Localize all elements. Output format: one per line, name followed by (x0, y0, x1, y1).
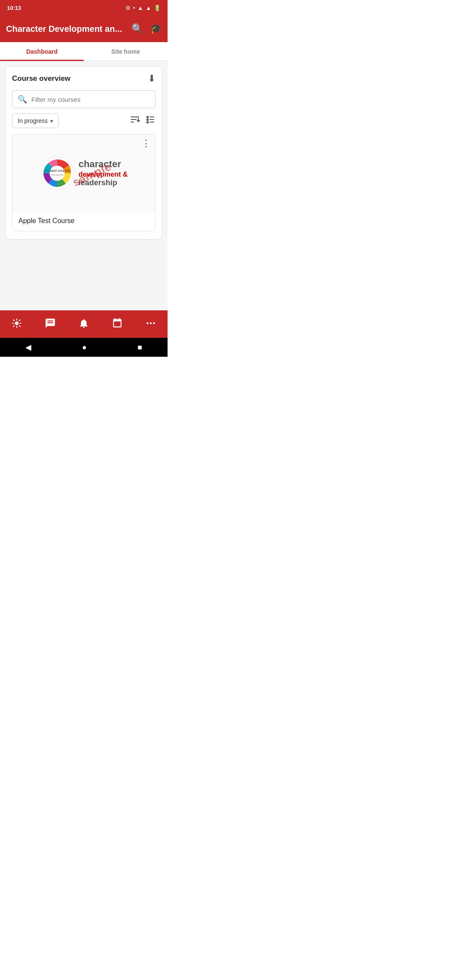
list-view-icon[interactable] (145, 114, 156, 127)
status-bar: 10:13 ⚙ • ▲ ▲ 🔋 (0, 0, 168, 15)
filter-actions (130, 114, 156, 127)
filter-row: In progress ▾ (12, 113, 156, 128)
back-button[interactable]: ◀ (25, 343, 31, 352)
svg-point-10 (15, 322, 19, 325)
android-nav: ◀ ● ■ (0, 338, 168, 357)
course-card-body: Apple Test Course (12, 212, 155, 231)
profile-icon[interactable]: 🎓 (150, 23, 162, 34)
svg-rect-4 (150, 119, 154, 120)
svg-text:PROGRAM: PROGRAM (51, 174, 63, 176)
nav-calendar[interactable] (112, 318, 123, 329)
search-input[interactable] (31, 96, 150, 103)
tab-site-home[interactable]: Site home (84, 42, 168, 60)
download-icon[interactable]: ⬇ (148, 73, 156, 84)
app-bar: Character Development an... 🔍 🎓 (0, 15, 168, 42)
wifi-icon: ▲ (137, 5, 143, 11)
svg-rect-1 (147, 119, 149, 121)
svg-rect-2 (147, 121, 149, 123)
course-logo-circle: STUDENT ATHLETE PROGRAM (40, 156, 74, 190)
filter-dropdown[interactable]: In progress ▾ (12, 113, 59, 128)
course-image-area: STUDENT ATHLETE PROGRAM character develo… (12, 135, 155, 212)
nav-dashboard[interactable] (11, 318, 22, 329)
course-overview-card: Course overview ⬇ 🔍 In progress ▾ (6, 67, 162, 239)
chevron-down-icon: ▾ (50, 118, 53, 124)
home-button[interactable]: ● (82, 343, 87, 352)
app-title: Character Development an... (6, 24, 131, 34)
course-card: STUDENT ATHLETE PROGRAM character develo… (12, 134, 156, 231)
svg-point-13 (153, 322, 155, 324)
search-bar[interactable]: 🔍 (12, 90, 156, 108)
svg-text:STUDENT ATHLETE: STUDENT ATHLETE (44, 169, 70, 172)
sort-icon[interactable] (130, 114, 140, 127)
search-bar-icon: 🔍 (18, 95, 27, 104)
signal-icon: ▲ (146, 5, 151, 11)
bottom-nav (0, 310, 168, 338)
course-logo: STUDENT ATHLETE PROGRAM character develo… (40, 156, 128, 190)
nav-notifications[interactable] (78, 318, 89, 329)
nav-messaging[interactable] (45, 318, 56, 329)
main-content: Course overview ⬇ 🔍 In progress ▾ (0, 61, 168, 310)
battery-icon: 🔋 (154, 5, 161, 11)
filter-label: In progress (18, 117, 48, 124)
settings-status-icon: ⚙ (125, 5, 131, 11)
svg-point-11 (147, 322, 148, 324)
svg-rect-5 (150, 122, 154, 122)
svg-point-12 (150, 322, 152, 324)
status-time: 10:13 (7, 5, 21, 11)
tab-dashboard[interactable]: Dashboard (0, 42, 84, 60)
dot-status-icon: • (133, 5, 135, 11)
status-icons: ⚙ • ▲ ▲ 🔋 (125, 5, 161, 11)
svg-rect-0 (147, 116, 149, 118)
course-name: Apple Test Course (18, 217, 74, 224)
course-card-header: STUDENT ATHLETE PROGRAM character develo… (12, 135, 155, 212)
recents-button[interactable]: ■ (137, 343, 142, 352)
overview-title: Course overview (12, 74, 70, 83)
app-bar-actions: 🔍 🎓 (131, 23, 162, 34)
course-logo-text: character development & leadership (79, 159, 128, 187)
search-icon[interactable]: 🔍 (131, 23, 143, 34)
tab-bar: Dashboard Site home (0, 42, 168, 61)
nav-more[interactable] (145, 318, 156, 329)
course-menu-button[interactable]: ⋮ (141, 139, 151, 148)
overview-header: Course overview ⬇ (12, 73, 156, 84)
svg-rect-3 (150, 116, 154, 117)
